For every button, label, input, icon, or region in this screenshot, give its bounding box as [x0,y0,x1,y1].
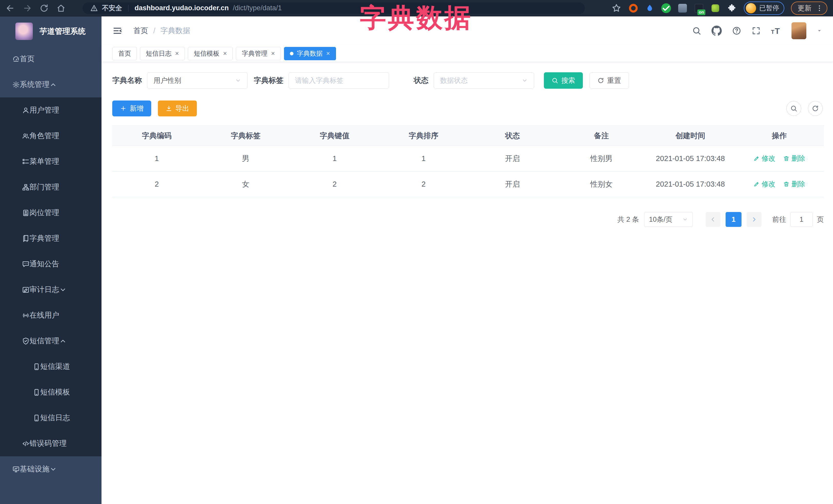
browser-home-icon[interactable] [56,4,66,13]
browser-reload-icon[interactable] [40,4,49,13]
browser-back-icon[interactable] [6,4,15,13]
dict-tag-input[interactable] [289,72,389,89]
sidebar-item-label: 短信渠道 [40,361,70,372]
sidebar-collapse-icon[interactable] [112,26,122,36]
help-doc-icon[interactable] [732,26,741,35]
browser-menu-icon[interactable] [815,4,823,12]
sidebar-item-通知公告[interactable]: 通知公告 [0,251,101,277]
tab-label: 短信模板 [194,49,219,58]
chevron-down-icon [49,465,57,473]
font-size-icon[interactable]: TT [771,26,781,36]
app-logo[interactable]: 芋道管理系统 [0,17,101,46]
sidebar-item-基础设施[interactable]: 基础设施 [0,456,101,482]
tab-字典数据[interactable]: 字典数据× [284,47,336,60]
url-host: dashboard.yudao.iocoder.cn [135,4,229,12]
cell-operations: 修改删除 [735,146,824,171]
close-icon[interactable]: × [223,49,227,57]
delete-link[interactable]: 删除 [783,154,805,163]
column-header: 状态 [468,126,557,146]
sidebar-item-错误码管理[interactable]: 错误码管理 [0,431,101,456]
table-row: 1男11开启性别男2021-01-05 17:03:48修改删除 [112,146,824,171]
current-page[interactable]: 1 [725,212,741,227]
refresh-icon [812,105,819,112]
table-row: 2女22开启性别女2021-01-05 17:03:48修改删除 [112,171,824,197]
bookmark-star-icon[interactable] [612,3,621,13]
toggle-search-button[interactable] [786,101,801,116]
sidebar-item-部门管理[interactable]: 部门管理 [0,174,101,200]
download-icon [166,105,172,112]
sidebar-item-岗位管理[interactable]: 岗位管理 [0,200,101,225]
sidebar-item-label: 基础设施 [20,464,49,474]
gray-tool-extension-icon[interactable] [677,3,688,14]
chevron-up-icon [49,81,57,89]
fullscreen-icon[interactable] [752,26,761,35]
annotation-overlay-title: 字典数据 [360,1,473,35]
main-panel: 首页 / 字典数据 TT 首页短信日志×短信模板×字典管理×字典数据× 字典名称 [101,17,833,504]
check-shape [661,3,671,13]
green-check-extension-icon[interactable] [661,3,671,14]
sidebar-item-菜单管理[interactable]: 菜单管理 [0,149,101,174]
sidebar-item-系统管理[interactable]: 系统管理 [0,72,101,97]
goto-page-input[interactable] [790,212,813,227]
user-menu-caret-icon[interactable] [816,28,822,33]
delete-link-label: 删除 [791,179,805,189]
sidebar-item-label: 审计日志 [29,285,59,295]
user-avatar[interactable] [791,22,806,39]
prev-page-button[interactable] [706,212,720,227]
sidebar-item-审计日志[interactable]: 审计日志 [0,277,101,303]
orange-ring-extension-icon[interactable] [628,3,639,14]
dark-on-extension-icon[interactable]: on [694,3,704,14]
header-search-icon[interactable] [692,26,701,35]
address-bar[interactable]: 不安全 dashboard.yudao.iocoder.cn /dict/typ… [82,2,585,14]
dict-name-select[interactable]: 用户性别 [147,72,247,89]
page-size-select[interactable]: 10条/页 [644,212,693,227]
next-page-button[interactable] [747,212,761,227]
browser-profile-chip[interactable]: 已暂停 [744,2,784,15]
edit-icon [754,181,760,187]
close-icon[interactable]: × [175,49,179,57]
reset-button[interactable]: 重置 [590,72,629,89]
cell-remark: 性别女 [557,171,646,197]
orange-ring-shape [629,4,638,13]
tab-短信日志[interactable]: 短信日志× [140,47,185,60]
browser-forward-icon[interactable] [23,4,32,13]
pagination-total: 共 2 条 [617,215,639,224]
export-button[interactable]: 导出 [158,100,197,116]
browser-update-button[interactable]: 更新 [791,2,827,15]
blue-drop-extension-icon[interactable] [644,3,655,14]
puzzle-shape [727,4,736,13]
sidebar-item-字典管理[interactable]: 字典管理 [0,225,101,251]
add-button[interactable]: 新增 [112,100,151,116]
sidebar-item-首页[interactable]: 首页 [0,46,101,72]
sidebar-item-短信管理[interactable]: 短信管理 [0,328,101,354]
chevron-up-icon [59,337,67,345]
edit-link[interactable]: 修改 [754,154,776,163]
edit-link[interactable]: 修改 [754,179,776,189]
status-select[interactable]: 数据状态 [434,72,534,89]
sidebar-item-label: 用户管理 [29,105,59,115]
sidebar-item-角色管理[interactable]: 角色管理 [0,123,101,149]
monitor-icon [12,465,20,473]
tab-字典管理[interactable]: 字典管理× [236,47,281,60]
tab-首页[interactable]: 首页 [112,47,137,60]
puzzle-extensions-icon[interactable] [727,3,737,14]
on-badge: on [697,9,705,15]
green-leaf-extension-icon[interactable] [710,3,721,14]
sidebar-item-短信日志[interactable]: 短信日志 [0,405,101,431]
sidebar-item-在线用户[interactable]: 在线用户 [0,303,101,328]
gear-icon [12,81,20,89]
app-title: 芋道管理系统 [40,26,86,37]
search-button[interactable]: 搜索 [544,72,583,89]
column-header: 字典编码 [112,126,201,146]
refresh-table-button[interactable] [808,101,823,116]
close-icon[interactable]: × [326,49,330,57]
sidebar-item-用户管理[interactable]: 用户管理 [0,97,101,123]
github-icon[interactable] [712,26,722,36]
sidebar-item-短信渠道[interactable]: 短信渠道 [0,354,101,379]
delete-link[interactable]: 删除 [783,179,805,189]
breadcrumb-home[interactable]: 首页 [133,26,148,36]
close-icon[interactable]: × [271,49,275,57]
drop-shape [645,4,654,13]
sidebar-item-短信模板[interactable]: 短信模板 [0,379,101,405]
tab-短信模板[interactable]: 短信模板× [188,47,233,60]
